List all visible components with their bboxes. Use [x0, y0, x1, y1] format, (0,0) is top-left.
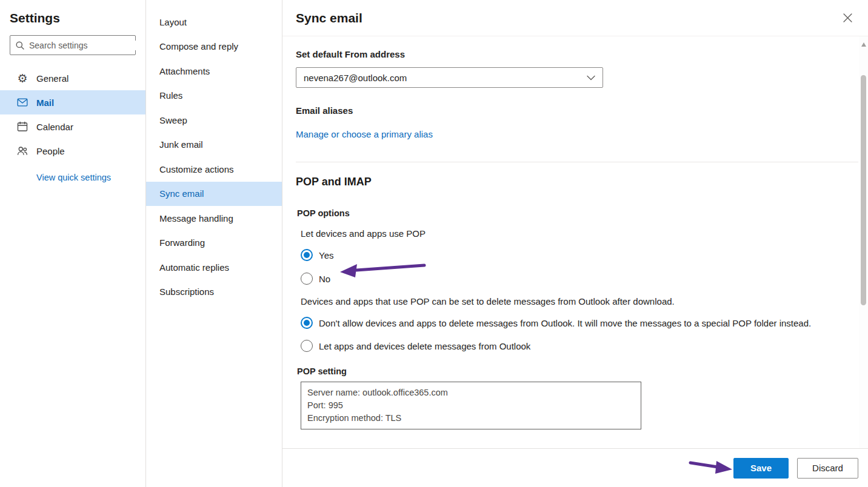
pop-imap-heading: POP and IMAP	[296, 176, 844, 188]
allow-delete-radio[interactable]: Let apps and devices delete messages fro…	[296, 340, 844, 352]
pop-encryption-line: Encryption method: TLS	[307, 412, 635, 425]
pop-server-line: Server name: outlook.office365.com	[307, 386, 635, 399]
sidebar-item-label: People	[36, 146, 65, 156]
chevron-down-icon	[587, 75, 595, 81]
gear-icon: ⚙	[17, 73, 28, 84]
pop-setting-box: Server name: outlook.office365.com Port:…	[301, 382, 641, 429]
panel-title: Sync email	[296, 11, 362, 25]
settings-title: Settings	[0, 8, 145, 35]
manage-alias-link[interactable]: Manage or choose a primary alias	[296, 129, 433, 139]
sync-email-panel: Sync email Set default From address neve…	[282, 0, 868, 487]
section-divider	[296, 162, 858, 162]
allow-delete-label: Let apps and devices delete messages fro…	[319, 341, 530, 351]
sidebar-item-general[interactable]: ⚙ General	[0, 66, 145, 90]
discard-button[interactable]: Discard	[797, 458, 858, 479]
search-input[interactable]	[29, 41, 139, 50]
close-icon[interactable]	[843, 13, 852, 22]
sidebar-item-people[interactable]: People	[0, 139, 145, 163]
pop-yes-label: Yes	[319, 250, 333, 260]
subnav-item-forwarding[interactable]: Forwarding	[146, 231, 282, 256]
search-icon	[15, 41, 25, 50]
pop-yes-radio[interactable]: Yes	[296, 249, 844, 261]
settings-search-box[interactable]	[10, 35, 136, 55]
sidebar-item-label: Mail	[36, 98, 54, 108]
subnav-item-sweep[interactable]: Sweep	[146, 108, 282, 133]
view-quick-settings-link[interactable]: View quick settings	[36, 173, 111, 182]
subnav-item-attachments[interactable]: Attachments	[146, 59, 282, 84]
subnav-item-message-handling[interactable]: Message handling	[146, 206, 282, 231]
radio-unchecked-icon[interactable]	[301, 273, 313, 285]
sidebar-item-label: General	[36, 73, 68, 84]
save-button[interactable]: Save	[733, 458, 789, 479]
sidebar-item-mail[interactable]: Mail	[0, 90, 145, 114]
panel-content: Set default From address nevena267@outlo…	[282, 36, 868, 448]
dont-allow-delete-radio[interactable]: Don't allow devices and apps to delete m…	[296, 317, 844, 329]
subnav-item-sync-email[interactable]: Sync email	[146, 182, 282, 207]
pop-no-radio[interactable]: No	[296, 273, 844, 285]
from-address-dropdown[interactable]: nevena267@outlook.com	[296, 67, 603, 88]
settings-sidebar: Settings ⚙ General Mail	[0, 0, 146, 487]
panel-footer: Save Discard	[282, 448, 868, 487]
radio-checked-icon[interactable]	[301, 249, 313, 261]
mail-icon	[17, 97, 28, 108]
radio-checked-icon[interactable]	[301, 317, 313, 329]
subnav-item-compose-and-reply[interactable]: Compose and reply	[146, 35, 282, 59]
subnav-item-customize-actions[interactable]: Customize actions	[146, 157, 282, 182]
pop-setting-label: POP setting	[296, 366, 844, 376]
subnav-item-layout[interactable]: Layout	[146, 10, 282, 35]
pop-no-label: No	[319, 274, 330, 284]
settings-window: Settings ⚙ General Mail	[0, 0, 868, 487]
calendar-icon	[17, 121, 28, 132]
email-aliases-label: Email aliases	[296, 105, 844, 116]
sidebar-item-calendar[interactable]: Calendar	[0, 114, 145, 139]
radio-unchecked-icon[interactable]	[301, 340, 313, 352]
use-pop-question: Let devices and apps use POP	[296, 228, 844, 239]
panel-header: Sync email	[282, 0, 868, 36]
mail-settings-subnav: Layout Compose and reply Attachments Rul…	[146, 0, 282, 487]
subnav-item-rules[interactable]: Rules	[146, 84, 282, 108]
people-icon	[17, 145, 28, 156]
subnav-item-automatic-replies[interactable]: Automatic replies	[146, 255, 282, 280]
scroll-up-icon[interactable]	[861, 42, 866, 47]
sidebar-item-label: Calendar	[36, 122, 73, 132]
subnav-item-junk-email[interactable]: Junk email	[146, 133, 282, 157]
scrollbar-thumb[interactable]	[861, 75, 866, 305]
pop-delete-note: Devices and apps that use POP can be set…	[296, 296, 844, 306]
subnav-item-subscriptions[interactable]: Subscriptions	[146, 280, 282, 305]
from-address-value: nevena267@outlook.com	[304, 73, 407, 83]
pop-options-label: POP options	[296, 208, 844, 218]
panel-scrollbar[interactable]	[859, 36, 868, 448]
pop-port-line: Port: 995	[307, 399, 635, 412]
from-address-label: Set default From address	[296, 49, 844, 59]
dont-allow-delete-label: Don't allow devices and apps to delete m…	[319, 318, 811, 328]
